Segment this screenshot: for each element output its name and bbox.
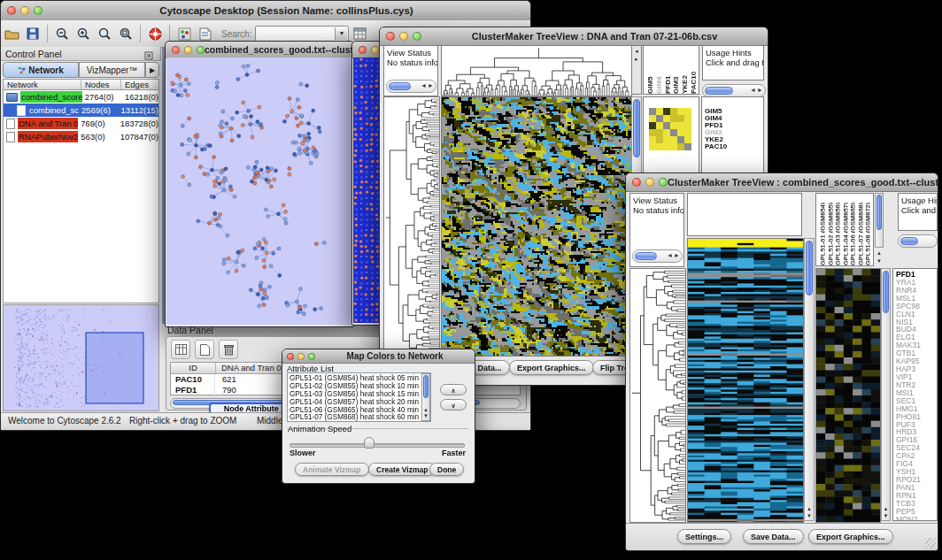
attribute-list-item[interactable]: GPL51-01 (GSM854) heat shock 05 min	[290, 374, 430, 382]
column-label[interactable]: PFD1	[664, 46, 670, 94]
animation-speed-slider[interactable]	[290, 443, 465, 448]
zoom-window-icon[interactable]	[413, 32, 421, 41]
column-label[interactable]: GPL51-01 (GSM854)	[819, 194, 825, 265]
scroll-right-icon[interactable]: ►	[428, 81, 434, 91]
network-list-row[interactable]: combined_scores_ 2764(0) 16218(0)	[4, 90, 158, 104]
scroll-thumb[interactable]	[635, 252, 657, 260]
column-header-network[interactable]: Network	[4, 80, 81, 89]
column-dendrogram-canvas[interactable]	[441, 45, 632, 96]
close-icon[interactable]	[172, 46, 180, 54]
help-lifering-icon[interactable]	[144, 24, 166, 43]
zoom-selected-icon[interactable]	[115, 24, 136, 43]
dialog-button[interactable]: Animate Vizmap	[295, 463, 369, 476]
scroll-left-icon[interactable]: ◄	[632, 49, 641, 55]
treeview1-titlebar[interactable]: ClusterMaker TreeView : DNA and Tran 07-…	[380, 27, 768, 46]
correlation-matrix[interactable]	[649, 108, 691, 150]
column-label[interactable]: GPL51-03 (GSM856)	[834, 194, 840, 265]
scroll-left-icon[interactable]: ◄	[750, 85, 756, 96]
scroll-left-icon[interactable]: ◄	[667, 250, 673, 261]
scroll-down-icon[interactable]: ▼	[875, 258, 884, 265]
delete-attribute-icon[interactable]	[219, 340, 238, 359]
zoom-in-icon[interactable]	[73, 24, 94, 43]
global-heatmap-canvas[interactable]	[687, 238, 804, 523]
attribute-list-item[interactable]: GPL51-02 (GSM855) heat shock 10 min	[290, 382, 430, 390]
row-dendrogram-canvas[interactable]	[383, 96, 440, 357]
close-icon[interactable]	[287, 353, 294, 360]
scroll-down-icon[interactable]: ▼	[805, 513, 814, 519]
heatmap-vscrollbar[interactable]: ▲ ▼	[804, 238, 815, 521]
attribute-list-item[interactable]: GPL51-04 (GSM857) heat shock 20 min	[290, 398, 430, 406]
zoom-window-icon[interactable]	[34, 6, 42, 15]
network-canvas[interactable]	[166, 58, 351, 325]
column-label[interactable]: GPL51-07 (GSM868)	[857, 194, 863, 265]
scroll-up-icon[interactable]: ▲	[422, 407, 429, 413]
resize-grip[interactable]	[925, 538, 936, 548]
tab-vizmapper[interactable]: VizMapper™	[79, 62, 145, 78]
minimize-icon[interactable]	[184, 46, 192, 54]
close-icon[interactable]	[359, 46, 367, 54]
dialog-titlebar[interactable]: Map Colors to Network	[282, 349, 475, 364]
column-label[interactable]: GPL51-02 (GSM855)	[827, 194, 833, 265]
minimize-icon[interactable]	[645, 178, 654, 187]
column-labels-vscrollbar[interactable]	[875, 193, 884, 248]
scroll-thumb[interactable]	[806, 241, 813, 295]
minimize-icon[interactable]	[371, 46, 379, 54]
scroll-thumb[interactable]	[900, 237, 918, 245]
scroll-thumb[interactable]	[633, 99, 640, 157]
column-header-nodes[interactable]: Nodes	[81, 80, 121, 89]
close-icon[interactable]	[7, 6, 16, 15]
gene-label[interactable]: MON2	[896, 516, 937, 521]
global-heatmap-canvas[interactable]	[441, 96, 632, 357]
zoom-fit-icon[interactable]	[94, 24, 115, 43]
attribute-list-item[interactable]: GPL51-07 (GSM868) heat shock 60 min	[290, 413, 430, 421]
zoom-heatmap-canvas[interactable]	[815, 268, 881, 523]
move-down-button[interactable]: ∨	[440, 399, 467, 410]
row-dendrogram-canvas[interactable]	[629, 268, 686, 523]
column-label[interactable]: GIM5	[646, 46, 652, 94]
treeview-button[interactable]: Settings...	[677, 529, 731, 544]
tab-overflow-arrow[interactable]: ▶	[145, 62, 159, 78]
view-status-scrollbar[interactable]: ◄ ►	[632, 249, 683, 263]
zoom-window-icon[interactable]	[197, 46, 205, 54]
scroll-right-icon[interactable]: ►	[674, 250, 680, 261]
save-session-icon[interactable]	[22, 24, 43, 43]
dialog-button[interactable]: Done	[429, 463, 464, 476]
new-attribute-icon[interactable]	[195, 340, 214, 359]
column-header-edges[interactable]: Edges	[121, 80, 158, 89]
minimize-icon[interactable]	[297, 353, 305, 360]
treeview-button[interactable]: Export Graphics...	[808, 529, 893, 544]
scroll-thumb[interactable]	[389, 82, 411, 90]
column-label[interactable]: GPL51-08 (GSM872)	[864, 194, 870, 265]
network-list-row[interactable]: RNAPuberNov2+I 563(0) 107847(0)	[4, 130, 158, 143]
main-titlebar[interactable]: Cytoscape Desktop (Session Name: collins…	[1, 1, 530, 21]
column-label[interactable]: GPL51-04 (GSM857)	[842, 194, 848, 265]
row-label[interactable]: PAC10	[705, 143, 763, 150]
scroll-down-icon[interactable]: ▼	[882, 513, 890, 519]
scroll-up-icon[interactable]: ▲	[875, 250, 884, 257]
treeview-button[interactable]: Save Data...	[743, 529, 804, 544]
select-attributes-icon[interactable]	[171, 340, 190, 359]
network-list-row[interactable]: combined_sco 2569(6) 13112(15)	[4, 104, 158, 117]
scroll-up-icon[interactable]: ▲	[882, 506, 890, 512]
zoom-out-icon[interactable]	[51, 24, 73, 43]
network-list-row[interactable]: DNA and Tran 07 769(0) 183728(0)	[4, 117, 158, 130]
open-session-icon[interactable]	[1, 24, 22, 43]
dialog-button[interactable]: Create Vizmap	[368, 463, 436, 476]
minimize-icon[interactable]	[399, 32, 408, 41]
attribute-list-vscrollbar[interactable]: ▲ ▼	[421, 373, 430, 421]
gene-list-vscrollbar[interactable]: ▲ ▼	[881, 268, 891, 521]
treeview2-titlebar[interactable]: ClusterMaker TreeView : combined_scores_…	[626, 173, 938, 192]
attribute-list-item[interactable]: GPL51-06 (GSM865) heat shock 40 min	[290, 406, 430, 414]
treeview-button[interactable]: Export Graphics...	[509, 360, 594, 375]
close-icon[interactable]	[386, 32, 395, 41]
scroll-thumb[interactable]	[883, 271, 889, 313]
slider-thumb[interactable]	[364, 437, 374, 449]
network-overview-thumbnail[interactable]	[3, 304, 159, 411]
zoom-window-icon[interactable]	[308, 353, 315, 360]
usage-hints-scrollbar[interactable]	[898, 234, 938, 248]
scroll-thumb[interactable]	[423, 375, 429, 398]
attribute-list-item[interactable]: GPL51-03 (GSM856) heat shock 15 min	[290, 390, 430, 398]
scroll-thumb[interactable]	[876, 195, 882, 230]
scroll-up-icon[interactable]: ▲	[805, 506, 814, 512]
column-label[interactable]: GPL51-06 (GSM865)	[849, 194, 855, 265]
